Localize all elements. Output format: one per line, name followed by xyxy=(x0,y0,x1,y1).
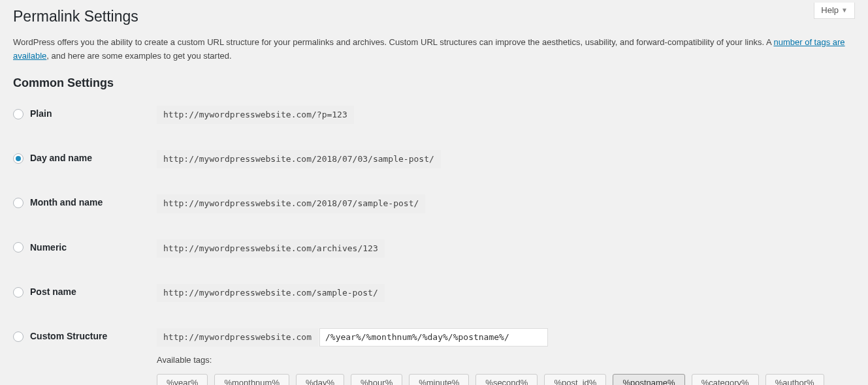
example-post-name: http://mywordpresswebsite.com/sample-pos… xyxy=(157,284,385,302)
tag-monthnum[interactable]: %monthnum% xyxy=(214,374,289,385)
tag-hour[interactable]: %hour% xyxy=(351,374,402,385)
tag-category[interactable]: %category% xyxy=(692,374,759,385)
available-tags-label: Available tags: xyxy=(157,354,855,366)
label-custom[interactable]: Custom Structure xyxy=(30,330,107,343)
permalink-options: Plain http://mywordpresswebsite.com/?p=1… xyxy=(13,106,855,385)
example-month-name: http://mywordpresswebsite.com/2018/07/sa… xyxy=(157,194,425,213)
tag-day[interactable]: %day% xyxy=(296,374,344,385)
option-day-name: Day and name http://mywordpresswebsite.c… xyxy=(13,150,855,168)
custom-structure-input[interactable] xyxy=(319,328,548,346)
tag-author[interactable]: %author% xyxy=(765,374,824,385)
intro-prefix: WordPress offers you the ability to crea… xyxy=(13,37,773,47)
option-numeric: Numeric http://mywordpresswebsite.com/ar… xyxy=(13,239,855,258)
option-month-name: Month and name http://mywordpresswebsite… xyxy=(13,194,855,213)
page-title: Permalink Settings xyxy=(13,0,855,29)
common-settings-heading: Common Settings xyxy=(13,75,855,91)
radio-day-name[interactable] xyxy=(13,153,24,164)
help-label: Help xyxy=(821,5,839,15)
label-numeric[interactable]: Numeric xyxy=(30,241,67,254)
option-custom: Custom Structure http://mywordpresswebsi… xyxy=(13,328,855,385)
tag-year[interactable]: %year% xyxy=(157,374,208,385)
custom-structure-wrap: http://mywordpresswebsite.com xyxy=(157,328,855,346)
label-plain[interactable]: Plain xyxy=(30,108,52,121)
intro-text: WordPress offers you the ability to crea… xyxy=(13,36,855,63)
option-plain: Plain http://mywordpresswebsite.com/?p=1… xyxy=(13,106,855,124)
radio-numeric[interactable] xyxy=(13,242,24,253)
intro-suffix: , and here are some examples to get you … xyxy=(46,51,231,61)
tag-minute[interactable]: %minute% xyxy=(409,374,469,385)
chevron-down-icon: ▼ xyxy=(841,7,848,14)
option-post-name: Post name http://mywordpresswebsite.com/… xyxy=(13,284,855,302)
label-post-name[interactable]: Post name xyxy=(30,286,76,299)
help-button[interactable]: Help ▼ xyxy=(814,3,855,19)
example-numeric: http://mywordpresswebsite.com/archives/1… xyxy=(157,239,385,258)
radio-plain[interactable] xyxy=(13,109,24,119)
custom-prefix: http://mywordpresswebsite.com xyxy=(157,328,318,346)
tag-buttons: %year% %monthnum% %day% %hour% %minute% … xyxy=(157,374,855,385)
example-day-name: http://mywordpresswebsite.com/2018/07/03… xyxy=(157,150,441,168)
label-month-name[interactable]: Month and name xyxy=(30,196,103,209)
example-plain: http://mywordpresswebsite.com/?p=123 xyxy=(157,106,354,124)
radio-custom[interactable] xyxy=(13,331,24,342)
label-day-name[interactable]: Day and name xyxy=(30,152,92,165)
tag-second[interactable]: %second% xyxy=(475,374,538,385)
radio-month-name[interactable] xyxy=(13,198,24,208)
radio-post-name[interactable] xyxy=(13,287,24,298)
tag-postname[interactable]: %postname% xyxy=(613,374,684,385)
tag-post-id[interactable]: %post_id% xyxy=(544,374,606,385)
